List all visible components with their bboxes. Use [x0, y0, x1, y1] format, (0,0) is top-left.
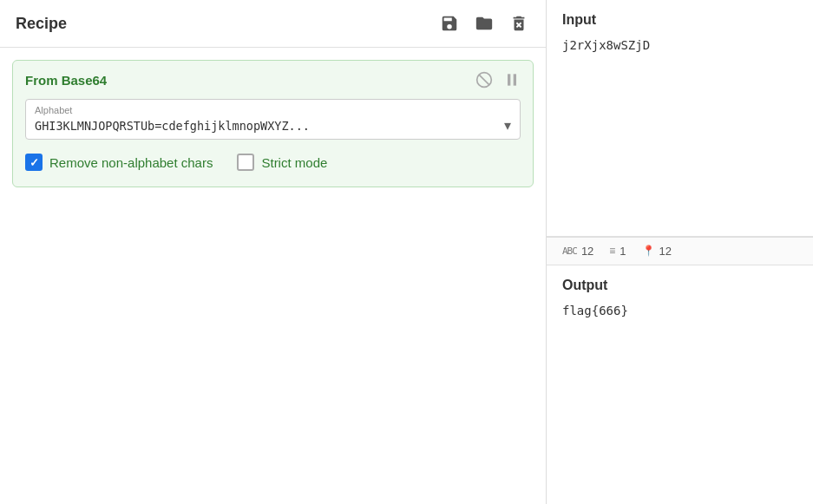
operation-header: From Base64: [25, 71, 521, 88]
char-count-value: 12: [581, 245, 593, 258]
input-section: Input j2rXjx8wSZjD: [547, 0, 813, 237]
line-count-icon: ≡: [609, 245, 615, 257]
operation-card: From Base64 Alphabet GHI3KLMNJOPQRSTUb=c…: [12, 60, 534, 187]
remove-non-alphabet-checkbox[interactable]: ✓ Remove non-alphabet chars: [25, 154, 213, 171]
output-section: Output flag{666}: [547, 265, 813, 505]
alphabet-label: Alphabet: [35, 105, 511, 115]
position-icon: 📍: [642, 245, 655, 257]
line-count-stat: ≡ 1: [609, 245, 626, 258]
dropdown-arrow-icon: ▾: [504, 117, 511, 134]
position-value: 12: [659, 245, 672, 258]
options-row: ✓ Remove non-alphabet chars Strict mode: [25, 154, 521, 171]
alphabet-value: GHI3KLMNJOPQRSTUb=cdefghijklmnopWXYZ...: [35, 119, 310, 133]
strict-mode-label: Strict mode: [261, 155, 327, 170]
strict-mode-box[interactable]: [237, 154, 254, 171]
operation-icons: [475, 71, 521, 88]
remove-non-alphabet-label: Remove non-alphabet chars: [49, 155, 213, 170]
recipe-toolbar: [438, 12, 530, 35]
output-title: Output: [562, 278, 797, 293]
disable-operation-button[interactable]: [475, 71, 493, 88]
char-count-stat: ABC 12: [562, 245, 593, 258]
position-stat: 📍 12: [642, 245, 672, 258]
checkmark-icon: ✓: [30, 157, 39, 168]
delete-button[interactable]: [508, 12, 530, 35]
recipe-panel: Recipe From Base64: [0, 0, 547, 504]
pause-operation-button[interactable]: [503, 71, 521, 88]
operation-title: From Base64: [25, 73, 107, 88]
strict-mode-checkbox[interactable]: Strict mode: [237, 154, 327, 171]
input-value[interactable]: j2rXjx8wSZjD: [562, 38, 797, 52]
svg-rect-2: [508, 74, 510, 85]
alphabet-dropdown[interactable]: Alphabet GHI3KLMNJOPQRSTUb=cdefghijklmno…: [25, 99, 521, 140]
svg-rect-3: [514, 74, 516, 85]
input-title: Input: [562, 12, 797, 28]
right-panel: Input j2rXjx8wSZjD ABC 12 ≡ 1 📍 12 Outpu…: [547, 0, 813, 504]
recipe-title: Recipe: [16, 15, 67, 33]
remove-non-alphabet-box[interactable]: ✓: [25, 154, 43, 171]
open-folder-button[interactable]: [473, 12, 495, 35]
stats-bar: ABC 12 ≡ 1 📍 12: [547, 237, 813, 265]
char-count-icon: ABC: [562, 245, 577, 257]
recipe-header: Recipe: [0, 0, 546, 48]
save-button[interactable]: [438, 12, 461, 35]
alphabet-value-row: GHI3KLMNJOPQRSTUb=cdefghijklmnopWXYZ... …: [35, 117, 511, 134]
line-count-value: 1: [620, 245, 626, 258]
svg-line-1: [479, 75, 489, 85]
output-value: flag{666}: [562, 304, 797, 317]
